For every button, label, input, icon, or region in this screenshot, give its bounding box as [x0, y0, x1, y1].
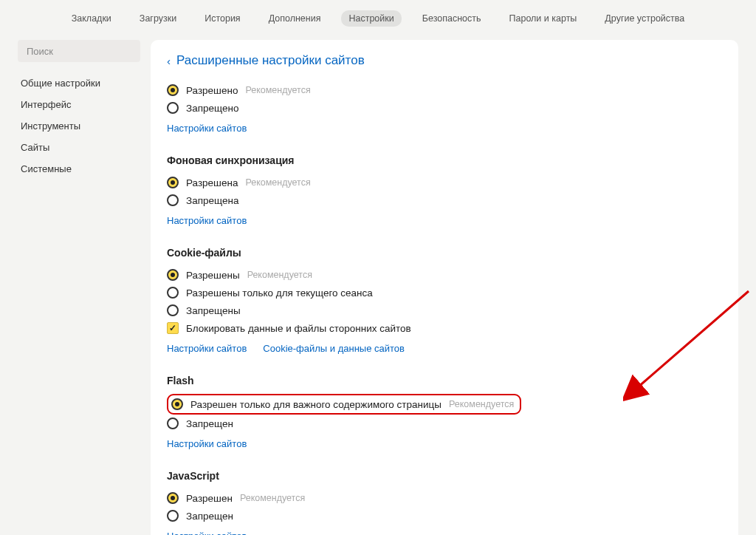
option-label: Запрещено	[186, 103, 238, 114]
radio-icon	[167, 84, 179, 96]
checkbox-icon	[167, 322, 179, 334]
option-label: Запрещен	[186, 511, 233, 522]
radio-icon	[167, 492, 179, 504]
option-flash-important-only[interactable]: Разрешен только для важного содержимого …	[171, 398, 514, 410]
option-bgsync-allowed[interactable]: Разрешена Рекомендуется	[167, 174, 718, 191]
site-settings-link[interactable]: Настройки сайтов	[167, 343, 247, 354]
sidebar-item-system[interactable]: Системные	[18, 158, 140, 180]
section-cookies: Cookie-файлы Разрешены Рекомендуется Раз…	[167, 247, 718, 354]
option-label: Разрешены только для текущего сеанса	[186, 287, 373, 299]
topnav-downloads[interactable]: Загрузки	[132, 10, 184, 27]
section-javascript: JavaScript Разрешен Рекомендуется Запрещ…	[167, 470, 718, 535]
sidebar-item-tools[interactable]: Инструменты	[18, 115, 140, 137]
radio-icon	[167, 194, 179, 206]
cookie-data-link[interactable]: Cookie-файлы и данные сайтов	[263, 343, 405, 354]
radio-icon	[167, 304, 179, 316]
option-js-denied[interactable]: Запрещен	[167, 507, 718, 525]
radio-icon	[167, 102, 179, 114]
search-input[interactable]: Поиск	[18, 40, 140, 62]
radio-icon	[167, 287, 179, 299]
sidebar: Поиск Общие настройки Интерфейс Инструме…	[18, 40, 140, 535]
topnav-security[interactable]: Безопасность	[415, 10, 489, 27]
top-nav: Закладки Загрузки История Дополнения Нас…	[0, 0, 756, 40]
radio-icon	[167, 510, 179, 522]
option-js-allowed[interactable]: Разрешен Рекомендуется	[167, 489, 718, 507]
page-title: Расширенные настройки сайтов	[176, 53, 365, 68]
topnav-devices[interactable]: Другие устройства	[597, 10, 692, 27]
option-label: Разрешен только для важного содержимого …	[190, 399, 441, 410]
main-panel: ‹ Расширенные настройки сайтов Разрешено…	[151, 40, 738, 535]
sidebar-item-general[interactable]: Общие настройки	[18, 72, 140, 94]
chevron-left-icon: ‹	[167, 55, 171, 67]
section-partial: Разрешено Рекомендуется Запрещено Настро…	[167, 81, 718, 134]
option-cookies-denied[interactable]: Запрещены	[167, 301, 718, 319]
topnav-passwords[interactable]: Пароли и карты	[502, 10, 585, 27]
option-label: Запрещен	[186, 418, 233, 429]
radio-icon	[171, 398, 183, 410]
site-settings-link[interactable]: Настройки сайтов	[167, 531, 247, 535]
section-flash: Flash Разрешен только для важного содерж…	[167, 375, 718, 449]
option-label: Разрешены	[186, 270, 240, 281]
option-label: Запрещены	[186, 305, 241, 316]
annotation-highlight: Разрешен только для важного содержимого …	[167, 394, 521, 415]
section-title: Cookie-файлы	[167, 247, 718, 259]
radio-icon	[167, 418, 179, 429]
option-cookies-session[interactable]: Разрешены только для текущего сеанса	[167, 284, 718, 301]
option-bgsync-denied[interactable]: Запрещена	[167, 191, 718, 209]
option-allowed[interactable]: Разрешено Рекомендуется	[167, 81, 718, 99]
option-denied[interactable]: Запрещено	[167, 99, 718, 117]
topnav-settings[interactable]: Настройки	[341, 10, 401, 27]
option-label: Разрешен	[186, 493, 233, 504]
radio-icon	[167, 177, 179, 188]
option-cookies-blockthird[interactable]: Блокировать данные и файлы сторонних сай…	[167, 319, 718, 337]
recommended-badge: Рекомендуется	[245, 177, 310, 188]
section-title: Фоновая синхронизация	[167, 154, 718, 166]
site-settings-link[interactable]: Настройки сайтов	[167, 123, 247, 134]
section-bgsync: Фоновая синхронизация Разрешена Рекоменд…	[167, 154, 718, 226]
recommended-badge: Рекомендуется	[449, 399, 514, 409]
option-label: Запрещена	[186, 195, 238, 206]
site-settings-link[interactable]: Настройки сайтов	[167, 215, 247, 226]
option-label: Разрешена	[186, 177, 238, 188]
topnav-bookmarks[interactable]: Закладки	[64, 10, 119, 27]
option-label: Разрешено	[186, 85, 238, 96]
recommended-badge: Рекомендуется	[240, 493, 305, 503]
recommended-badge: Рекомендуется	[247, 270, 312, 280]
topnav-history[interactable]: История	[197, 10, 247, 27]
topnav-addons[interactable]: Дополнения	[261, 10, 329, 27]
recommended-badge: Рекомендуется	[245, 85, 310, 95]
site-settings-link[interactable]: Настройки сайтов	[167, 438, 247, 449]
option-label: Блокировать данные и файлы сторонних сай…	[186, 323, 411, 334]
sidebar-item-sites[interactable]: Сайты	[18, 137, 140, 158]
sidebar-item-interface[interactable]: Интерфейс	[18, 94, 140, 115]
option-flash-denied[interactable]: Запрещен	[167, 415, 718, 432]
section-title: Flash	[167, 375, 718, 386]
radio-icon	[167, 269, 179, 281]
section-title: JavaScript	[167, 470, 718, 482]
option-cookies-allowed[interactable]: Разрешены Рекомендуется	[167, 266, 718, 284]
breadcrumb-back[interactable]: ‹ Расширенные настройки сайтов	[167, 53, 718, 68]
